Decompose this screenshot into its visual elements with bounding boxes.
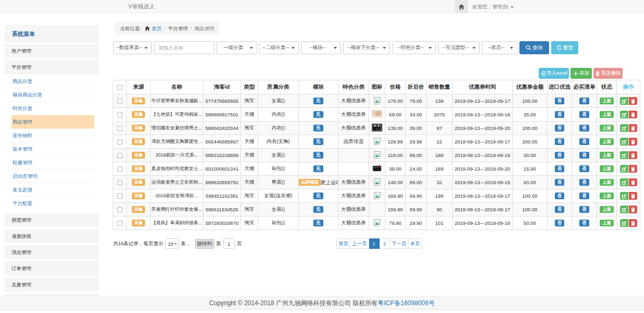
sidebar-item-特色分类[interactable]: 特色分类 (11, 102, 94, 115)
delete-button[interactable] (629, 151, 637, 159)
edit-button[interactable] (620, 192, 628, 200)
category-cell: 内衣() (258, 122, 299, 135)
filter-select-状态[interactable]: --状态-- (482, 41, 517, 54)
edit-button[interactable] (620, 124, 628, 132)
delete-button[interactable] (629, 97, 637, 105)
icp-link[interactable]: 粤ICP备16098006号 (378, 299, 434, 307)
row-checkbox[interactable] (117, 126, 123, 131)
edit-button[interactable] (620, 151, 628, 159)
name-cell: 真皮钱包时尚优雅女士... (151, 162, 203, 176)
delete-button[interactable] (629, 165, 637, 173)
search-button[interactable]: 查询 (519, 41, 549, 54)
delete-button[interactable] (629, 124, 637, 132)
coupon-time-cell: 2019-09-13—2019-09-17 (453, 189, 513, 203)
batch-delete-button[interactable]: 批量删除 (593, 68, 623, 79)
chevron-down-icon (383, 47, 386, 49)
status-badge: 上架 (600, 111, 614, 118)
edit-button[interactable] (620, 219, 628, 227)
price-cell: 39.00 (385, 162, 406, 176)
feature-cell: 大额优惠券 (338, 176, 369, 189)
row-checkbox[interactable] (117, 166, 123, 172)
sidebar-group-用户管理[interactable]: 用户管理 (4, 44, 99, 58)
row-checkbox[interactable] (117, 99, 123, 104)
edit-button[interactable] (620, 138, 628, 146)
jump-button[interactable]: 跳转到 (195, 239, 214, 249)
module-badge: 无 (313, 138, 323, 146)
taoke-id-cell: 589620659791 (203, 176, 241, 189)
user-menu[interactable]: 欢迎您，管理员! (472, 0, 514, 13)
sidebar-item-商品分类[interactable]: 商品分类 (11, 75, 94, 88)
edit-button[interactable] (620, 111, 628, 118)
sidebar-item-商品管理[interactable]: 商品管理 (11, 115, 94, 129)
sidebar-group-兑换管理[interactable]: 兑换管理 (4, 278, 99, 292)
edit-button[interactable] (620, 97, 628, 105)
sidebar-item-模块商品分类[interactable]: 模块商品分类 (11, 88, 94, 102)
import-excel-button[interactable]: 导入excel (539, 68, 569, 79)
imported-cell: 否 (548, 216, 572, 230)
navbar-home-button[interactable] (455, 0, 468, 13)
reset-button[interactable]: 重置 (551, 41, 578, 54)
filter-select-宝贝类型[interactable]: --宝贝类型-- (438, 41, 480, 54)
edit-button[interactable] (620, 178, 628, 186)
row-checkbox[interactable] (117, 180, 123, 185)
column-header-状态: 状态 (597, 80, 617, 94)
edit-icon (622, 207, 627, 212)
add-button[interactable]: 添加 (570, 68, 592, 79)
sidebar-item-平台配置[interactable]: 平台配置 (11, 197, 94, 210)
sidebar-item-宣传物料[interactable]: 宣传物料 (11, 129, 94, 142)
delete-button[interactable] (629, 219, 637, 227)
delete-button[interactable] (629, 178, 637, 186)
taoke-id-cell: 597293020870 (203, 216, 241, 230)
sidebar-group-拼团管理[interactable]: 拼团管理 (4, 213, 99, 227)
delete-button[interactable] (629, 138, 637, 146)
records-summary: 共16条记录，每页显示 (113, 240, 163, 247)
sidebar-item-启动页管理[interactable]: 启动页管理 (11, 170, 94, 183)
page-button-下一页[interactable]: 下一页 (390, 238, 409, 249)
filter-select-模块[interactable]: --模块-- (301, 41, 341, 54)
column-header-checkbox (113, 80, 127, 94)
row-checkbox[interactable] (117, 194, 123, 199)
filter-select-数据来源[interactable]: --数据来源-- (113, 41, 152, 54)
icon-cell (369, 176, 385, 189)
feature-cell (338, 162, 369, 176)
filter-select-二级分类[interactable]: --二级分类-- (259, 41, 299, 54)
per-page-select[interactable]: 10 (165, 238, 179, 249)
price-cell: 69.00 (385, 108, 406, 122)
edit-button[interactable] (620, 206, 628, 213)
page-button-1[interactable]: 1 (369, 238, 380, 249)
row-checkbox[interactable] (117, 153, 123, 158)
edit-button[interactable] (620, 165, 628, 173)
sidebar-item-意见反馈[interactable]: 意见反馈 (11, 183, 94, 197)
jump-page-input[interactable] (223, 238, 235, 249)
sidebar-group-省惠快报[interactable]: 省惠快报 (4, 229, 99, 243)
icon-cell (369, 122, 385, 135)
page-button-首页[interactable]: 首页 (336, 238, 350, 249)
delete-button[interactable] (629, 111, 637, 118)
table-row: 采集早春网红针织外套女春...596611634525淘宝女装()无大额优惠券1… (113, 203, 640, 216)
must-buy-badge: 否 (579, 206, 589, 213)
sidebar-group-消息管理[interactable]: 消息管理 (4, 245, 99, 259)
sidebar-group-订单管理[interactable]: 订单管理 (4, 261, 99, 275)
column-header-特色分类: 特色分类 (338, 80, 369, 94)
sidebar-item-版本管理[interactable]: 版本管理 (11, 142, 94, 156)
name-search-input[interactable] (154, 41, 214, 54)
page-button-上一页[interactable]: 上一页 (350, 238, 369, 249)
row-checkbox[interactable] (117, 139, 123, 145)
delete-button[interactable] (629, 192, 637, 200)
breadcrumb-home-link[interactable]: 首页 (152, 22, 162, 35)
sidebar-item-轮播管理[interactable]: 轮播管理 (11, 156, 94, 170)
sidebar-group-平台管理[interactable]: 平台管理 (4, 60, 99, 74)
row-checkbox[interactable] (117, 112, 123, 117)
price-cell: 79.90 (385, 216, 406, 230)
row-checkbox[interactable] (117, 221, 123, 226)
filter-select-一级分类[interactable]: 一级分类 (216, 41, 257, 54)
row-checkbox[interactable] (117, 207, 123, 212)
filter-select-模块下分类[interactable]: --模块下分类-- (343, 41, 390, 54)
select-all-checkbox[interactable] (117, 85, 123, 90)
page-button-2[interactable]: 2 (380, 238, 390, 249)
filter-select-特色分类[interactable]: --特色分类-- (392, 41, 436, 54)
page-button-末页[interactable]: 末页 (409, 238, 422, 249)
filter-select-value: --二级分类-- (262, 44, 289, 51)
delete-button[interactable] (629, 206, 637, 213)
module-badge: 无 (313, 192, 323, 200)
